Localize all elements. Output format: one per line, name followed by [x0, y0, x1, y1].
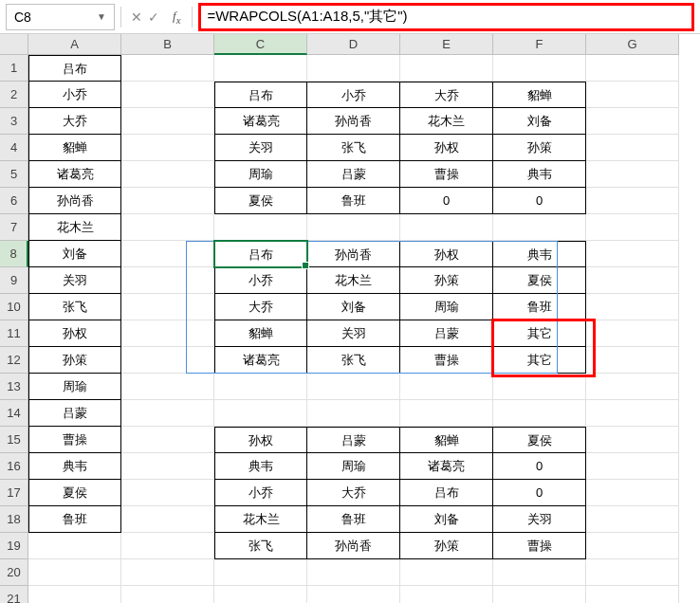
cell-D10[interactable]: 刘备 — [307, 294, 400, 320]
cell-E7[interactable] — [400, 214, 493, 241]
cell-C2[interactable]: 吕布 — [214, 82, 307, 108]
cell-G20[interactable] — [586, 559, 679, 586]
cell-B18[interactable] — [121, 506, 214, 533]
cell-D9[interactable]: 花木兰 — [307, 267, 400, 294]
cell-B13[interactable] — [121, 374, 214, 400]
cell-E5[interactable]: 曹操 — [400, 161, 493, 188]
cell-G11[interactable] — [586, 320, 679, 347]
cell-B20[interactable] — [121, 559, 214, 586]
cell-E11[interactable]: 吕蒙 — [400, 320, 493, 347]
cell-E4[interactable]: 孙权 — [400, 135, 493, 161]
formula-input[interactable]: =WRAPCOLS(A1:A18,5,"其它") — [198, 3, 694, 31]
cell-B3[interactable] — [121, 108, 214, 135]
cell-F7[interactable] — [493, 214, 586, 241]
cell-B10[interactable] — [121, 294, 214, 320]
column-header-F[interactable]: F — [493, 34, 586, 55]
cell-F12[interactable]: 其它 — [493, 347, 586, 374]
cell-D17[interactable]: 大乔 — [307, 480, 400, 506]
cell-F9[interactable]: 夏侯 — [493, 267, 586, 294]
cell-C12[interactable]: 诸葛亮 — [214, 347, 307, 374]
cell-B1[interactable] — [121, 55, 214, 82]
cell-E20[interactable] — [400, 559, 493, 586]
cell-A16[interactable]: 典韦 — [28, 453, 121, 480]
cell-E19[interactable]: 孙策 — [400, 533, 493, 559]
row-header-13[interactable]: 13 — [0, 374, 28, 400]
cell-A12[interactable]: 孙策 — [28, 347, 121, 374]
select-all-corner[interactable] — [0, 34, 28, 55]
cell-B4[interactable] — [121, 135, 214, 161]
cell-D14[interactable] — [307, 400, 400, 427]
cell-A1[interactable]: 吕布 — [28, 55, 121, 82]
cell-A18[interactable]: 鲁班 — [28, 506, 121, 533]
cell-B7[interactable] — [121, 214, 214, 241]
row-header-21[interactable]: 21 — [0, 586, 28, 603]
cell-F18[interactable]: 关羽 — [493, 506, 586, 533]
cell-F19[interactable]: 曹操 — [493, 533, 586, 559]
name-box[interactable]: C8 ▼ — [6, 4, 115, 30]
column-header-A[interactable]: A — [28, 34, 121, 55]
cell-G3[interactable] — [586, 108, 679, 135]
cell-A14[interactable]: 吕蒙 — [28, 400, 121, 427]
cell-C11[interactable]: 貂蝉 — [214, 320, 307, 347]
cell-G21[interactable] — [586, 586, 679, 603]
row-header-9[interactable]: 9 — [0, 267, 28, 294]
row-header-8[interactable]: 8 — [0, 241, 28, 267]
cell-G12[interactable] — [586, 347, 679, 374]
cell-G17[interactable] — [586, 480, 679, 506]
cell-D4[interactable]: 张飞 — [307, 135, 400, 161]
cell-F13[interactable] — [493, 374, 586, 400]
cell-D8[interactable]: 孙尚香 — [307, 241, 400, 267]
row-header-5[interactable]: 5 — [0, 161, 28, 188]
cell-E9[interactable]: 孙策 — [400, 267, 493, 294]
cell-G14[interactable] — [586, 400, 679, 427]
cell-A21[interactable] — [28, 586, 121, 603]
cell-C7[interactable] — [214, 214, 307, 241]
cell-A17[interactable]: 夏侯 — [28, 480, 121, 506]
cell-B16[interactable] — [121, 453, 214, 480]
cell-F4[interactable]: 孙策 — [493, 135, 586, 161]
cell-F2[interactable]: 貂蝉 — [493, 82, 586, 108]
cell-F21[interactable] — [493, 586, 586, 603]
row-header-14[interactable]: 14 — [0, 400, 28, 427]
cell-G19[interactable] — [586, 533, 679, 559]
cell-B6[interactable] — [121, 188, 214, 214]
cell-D20[interactable] — [307, 559, 400, 586]
cell-E18[interactable]: 刘备 — [400, 506, 493, 533]
cell-D2[interactable]: 小乔 — [307, 82, 400, 108]
cell-B17[interactable] — [121, 480, 214, 506]
cell-grid[interactable]: 吕布小乔吕布小乔大乔貂蝉大乔诸葛亮孙尚香花木兰刘备貂蝉关羽张飞孙权孙策诸葛亮周瑜… — [28, 55, 679, 603]
cell-G4[interactable] — [586, 135, 679, 161]
cell-B19[interactable] — [121, 533, 214, 559]
cell-F20[interactable] — [493, 559, 586, 586]
cell-A10[interactable]: 张飞 — [28, 294, 121, 320]
cell-A3[interactable]: 大乔 — [28, 108, 121, 135]
cell-G13[interactable] — [586, 374, 679, 400]
cell-A13[interactable]: 周瑜 — [28, 374, 121, 400]
column-header-G[interactable]: G — [586, 34, 679, 55]
cell-D5[interactable]: 吕蒙 — [307, 161, 400, 188]
cell-B2[interactable] — [121, 82, 214, 108]
cell-D18[interactable]: 鲁班 — [307, 506, 400, 533]
cell-G18[interactable] — [586, 506, 679, 533]
column-header-B[interactable]: B — [121, 34, 214, 55]
row-header-2[interactable]: 2 — [0, 82, 28, 108]
cell-D1[interactable] — [307, 55, 400, 82]
cell-C5[interactable]: 周瑜 — [214, 161, 307, 188]
cell-B8[interactable] — [121, 241, 214, 267]
cell-F6[interactable]: 0 — [493, 188, 586, 214]
cell-A15[interactable]: 曹操 — [28, 427, 121, 453]
cell-G10[interactable] — [586, 294, 679, 320]
cell-F14[interactable] — [493, 400, 586, 427]
cell-D15[interactable]: 吕蒙 — [307, 427, 400, 453]
cell-C14[interactable] — [214, 400, 307, 427]
cell-C10[interactable]: 大乔 — [214, 294, 307, 320]
cell-A8[interactable]: 刘备 — [28, 241, 121, 267]
cell-F15[interactable]: 夏侯 — [493, 427, 586, 453]
row-header-15[interactable]: 15 — [0, 427, 28, 453]
cell-E8[interactable]: 孙权 — [400, 241, 493, 267]
row-header-6[interactable]: 6 — [0, 188, 28, 214]
cell-A7[interactable]: 花木兰 — [28, 214, 121, 241]
cell-F16[interactable]: 0 — [493, 453, 586, 480]
cell-E12[interactable]: 曹操 — [400, 347, 493, 374]
chevron-down-icon[interactable]: ▼ — [97, 11, 106, 22]
